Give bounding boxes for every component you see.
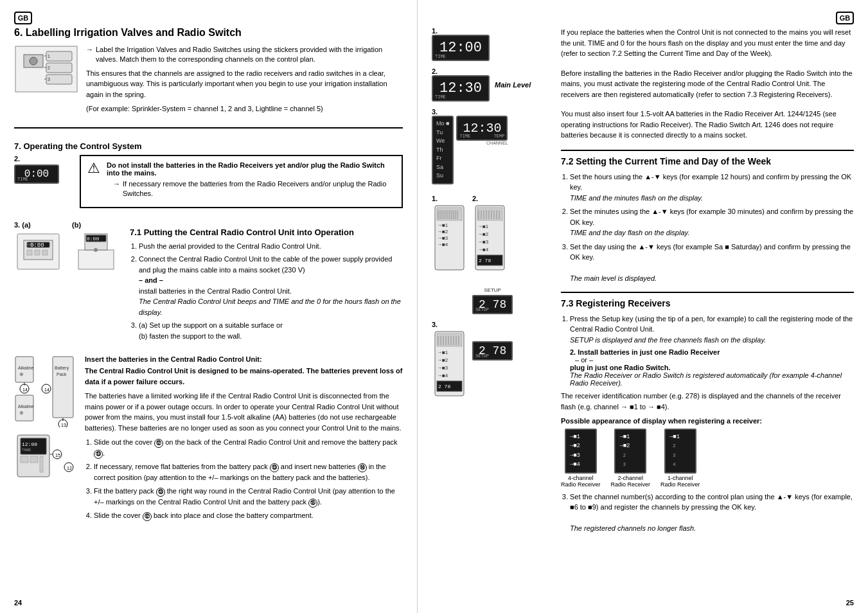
svg-text:→■3: →■3 <box>437 235 448 241</box>
insert-title: Insert the batteries in the Central Radi… <box>85 355 403 363</box>
setup-num-display-3: 2 78 SETUP <box>472 341 513 360</box>
fig2-entry: 2. 12:30 TIME Main Level <box>432 67 551 102</box>
section72-title: 7.2 Setting the Current Time and Day of … <box>561 150 854 166</box>
section73-title: 7.3 Registering Receivers <box>561 292 854 308</box>
svg-text:→■1: →■1 <box>477 224 489 229</box>
svg-text:⊕: ⊕ <box>19 410 24 416</box>
recv-2ch-display: →■1→■2 2 3 <box>614 429 646 474</box>
svg-point-2 <box>30 57 37 65</box>
fig2-row: 2. 12:30 TIME Main Level <box>432 67 551 102</box>
gb-badge-right: GB <box>836 12 854 24</box>
circle-15a: ⑮ <box>308 499 317 508</box>
fig3-row: 3. (a) 0:00 TIME (b) <box>14 221 403 344</box>
recv-2ch-label: 2-channel Radio Receiver <box>611 475 651 488</box>
fig3b-illustration: 0:00 <box>72 231 120 272</box>
fig2-container: 2. 0:00 TIME <box>14 155 72 215</box>
recv-4ch-display: →■1→■2→■3→■4 <box>565 429 597 474</box>
section6-content: 1 2 3 Label the Irrigation Valves and Ra… <box>14 45 403 118</box>
reg-fig1-col: 1. <box>432 195 467 287</box>
battery-section: Alkaline ⊕ 14 Alkaline ⊕ 14 <box>14 350 403 524</box>
gb-badge-right-container: GB <box>432 12 854 27</box>
s73-step2-bold1: 2. Install batteries in just one Radio R… <box>570 348 854 356</box>
section73-steps: Press the Setup key (using the tip of a … <box>570 314 854 346</box>
intro-p3: You must also insert four 1.5-volt AA ba… <box>561 109 854 141</box>
recv-1ch-display: →■1 2 3 4 <box>664 429 696 474</box>
receiver-displays-row: →■1→■2→■3→■4 4-channel Radio Receiver →■… <box>561 429 854 488</box>
svg-point-25 <box>94 248 98 252</box>
svg-text:13: 13 <box>61 423 66 427</box>
reg-fig2-col: 2. <box>472 195 513 314</box>
possible-display-title: Possible appearance of display when regi… <box>561 417 854 425</box>
fig3a-label: 3. (a) <box>14 221 66 229</box>
fig1-entry: 1. 12:00 TIME <box>432 27 551 61</box>
svg-text:2 78: 2 78 <box>438 384 450 389</box>
battery-text: Insert the batteries in the Central Radi… <box>85 350 403 524</box>
fig3-time-display: 12:30 TIME TEMP <box>456 116 508 141</box>
svg-text:Battery: Battery <box>55 366 69 371</box>
reg-fig3-row: →■1 →■2 →■3 →■4 2 78 2 78 SETUP <box>432 328 551 412</box>
fig3-entry: 3. Mo ■ Tu We Th Fr Sa Su <box>432 108 551 184</box>
label-illustration: 1 2 3 <box>14 45 78 93</box>
batt-step-3: Fit the battery pack ⑬ the right way rou… <box>94 486 403 508</box>
intro-p1: If you replace the batteries when the Co… <box>561 27 854 59</box>
main-level-label: Main Level <box>495 81 531 89</box>
s73-ident: The receiver identification number (e.g.… <box>561 391 854 412</box>
right-text-column: If you replace the batteries when the Co… <box>561 27 854 537</box>
warning-main-text: Do not install the batteries in the Radi… <box>107 161 395 177</box>
fig3-display-group: Mo ■ Tu We Th Fr Sa Su 12:30 T <box>432 116 551 184</box>
step-3: (a) Set up the support on a suitable sur… <box>139 320 403 341</box>
insert-p1: The Central Radio Control Unit is design… <box>85 366 403 387</box>
svg-text:→■2: →■2 <box>477 231 489 237</box>
svg-text:12:00: 12:00 <box>22 441 37 447</box>
svg-text:12: 12 <box>67 466 72 470</box>
svg-text:15: 15 <box>55 453 60 458</box>
recv-4ch: →■1→■2→■3→■4 4-channel Radio Receiver <box>561 429 601 488</box>
s73-step2-italic: The Radio Receiver or Radio Switch is re… <box>570 371 854 387</box>
batt-step-4: Slide the cover ⑫ back into place and cl… <box>94 510 403 521</box>
svg-text:→■1: →■1 <box>437 350 448 355</box>
section7-top: 2. 0:00 TIME ⚠ Do not install the batter… <box>14 155 403 215</box>
warning-content: Do not install the batteries in the Radi… <box>107 161 395 202</box>
circle-14a: ⑭ <box>358 463 367 472</box>
svg-text:Alkaline: Alkaline <box>18 404 34 409</box>
recv-2ch: →■1→■2 2 3 2-channel Radio Receiver <box>611 429 651 488</box>
svg-text:14: 14 <box>44 387 49 392</box>
svg-text:→■2: →■2 <box>437 229 448 235</box>
svg-text:2: 2 <box>48 66 50 70</box>
receiver-device-fig1: →■1 →■2 →■3 →■4 <box>432 202 467 286</box>
s72-step-2: Set the minutes using the ▲-▼ keys (for … <box>570 206 854 238</box>
svg-text:→■3: →■3 <box>437 365 448 371</box>
insert-p2: The batteries have a limited working lif… <box>85 391 403 433</box>
svg-text:Pack: Pack <box>57 372 67 377</box>
right-main-layout: 1. 12:00 TIME 2. 12:30 TIME <box>432 27 854 537</box>
svg-rect-56 <box>437 208 462 220</box>
fig3a-illustration: 0:00 TIME <box>14 231 62 272</box>
fig3b-label: (b) <box>72 221 123 229</box>
svg-text:→■2: →■2 <box>437 357 448 363</box>
fig2-num-label: 2. 12:30 TIME <box>432 67 490 102</box>
section6-text: Label the Irrigation Valves and Radio Sw… <box>86 45 403 118</box>
s73-or: – or – <box>575 356 854 364</box>
svg-rect-47 <box>21 456 28 463</box>
svg-rect-48 <box>30 456 38 463</box>
svg-text:→■4: →■4 <box>477 247 489 253</box>
right-page: GB 1. 12:00 TIME 2. <box>418 0 868 613</box>
warning-box: ⚠ Do not install the batteries in the Ra… <box>80 155 403 208</box>
fig3-days-panel: Mo ■ Tu We Th Fr Sa Su <box>432 116 454 184</box>
section71-content: 7.1 Putting the Central Radio Control Un… <box>130 221 403 344</box>
recv-1ch-label: 1-channel Radio Receiver <box>660 475 700 488</box>
batt-step-2: If necessary, remove flat batteries from… <box>94 461 403 483</box>
battery-steps: Slide out the cover ⑫ on the back of the… <box>94 437 403 521</box>
svg-text:→■1: →■1 <box>437 222 448 228</box>
svg-rect-18 <box>35 250 40 255</box>
fig3-main-display: 12:30 TIME TEMP CHANNEL <box>456 116 508 184</box>
section71-title: 7.1 Putting the Central Radio Control Un… <box>130 227 403 237</box>
svg-text:TIME: TIME <box>27 243 35 247</box>
recv-1ch: →■1 2 3 4 1-channel Radio Receiver <box>660 429 700 488</box>
section7-title: 7. Operating the Control System <box>14 141 403 151</box>
circle-13a: ⑬ <box>94 450 103 459</box>
svg-rect-19 <box>42 250 48 255</box>
battery-figs: Alkaline ⊕ 14 Alkaline ⊕ 14 <box>14 350 78 524</box>
circle-12b: ⑫ <box>143 512 152 521</box>
setup-num-display: 2 78 SETUP <box>472 295 513 314</box>
